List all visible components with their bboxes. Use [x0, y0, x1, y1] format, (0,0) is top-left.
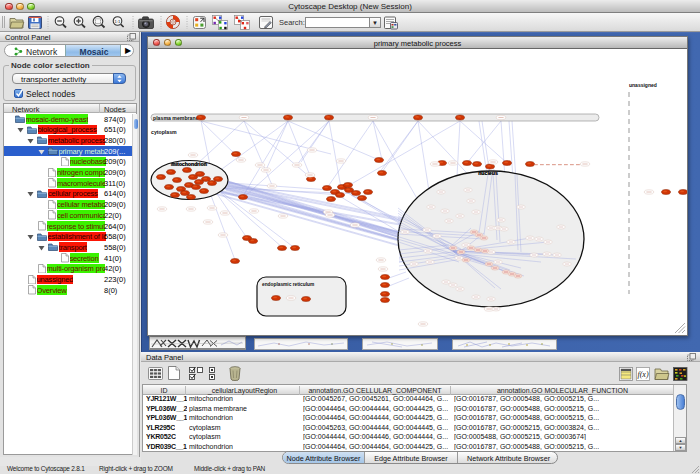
svg-text:nucleus: nucleus	[478, 170, 498, 176]
svg-text:endoplasmic reticulum: endoplasmic reticulum	[262, 282, 314, 287]
svg-text:1:1: 1:1	[115, 19, 121, 24]
svg-text:f(x): f(x)	[637, 370, 648, 379]
svg-text:unassigned: unassigned	[629, 82, 657, 88]
svg-text:cytoplasm: cytoplasm	[151, 129, 177, 135]
svg-text:mitochondrion: mitochondrion	[172, 161, 207, 167]
svg-text:plasma membrane: plasma membrane	[153, 115, 199, 121]
